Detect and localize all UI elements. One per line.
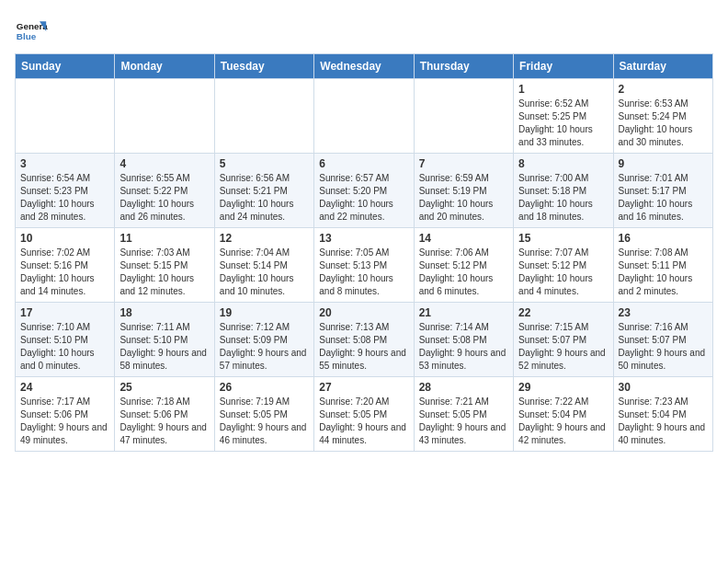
weekday-header: Friday xyxy=(514,54,613,79)
calendar-day-cell: 27Sunrise: 7:20 AM Sunset: 5:05 PM Dayli… xyxy=(314,377,414,452)
day-info: Sunrise: 7:19 AM Sunset: 5:05 PM Dayligh… xyxy=(220,396,309,447)
calendar-day-cell: 6Sunrise: 6:57 AM Sunset: 5:20 PM Daylig… xyxy=(314,154,414,228)
calendar-day-cell xyxy=(115,79,214,154)
day-number: 12 xyxy=(220,232,309,245)
weekday-header: Saturday xyxy=(613,54,712,79)
day-number: 2 xyxy=(619,83,708,96)
weekday-header: Thursday xyxy=(414,54,513,79)
day-info: Sunrise: 7:06 AM Sunset: 5:12 PM Dayligh… xyxy=(419,247,508,298)
calendar-day-cell: 19Sunrise: 7:12 AM Sunset: 5:09 PM Dayli… xyxy=(214,303,313,377)
calendar-table: SundayMondayTuesdayWednesdayThursdayFrid… xyxy=(15,53,713,452)
weekday-header: Monday xyxy=(115,54,214,79)
day-number: 20 xyxy=(319,306,408,319)
calendar-day-cell: 17Sunrise: 7:10 AM Sunset: 5:10 PM Dayli… xyxy=(16,303,115,377)
day-number: 28 xyxy=(419,381,508,394)
day-number: 22 xyxy=(518,306,608,319)
header: General Blue xyxy=(15,15,713,48)
day-info: Sunrise: 6:57 AM Sunset: 5:20 PM Dayligh… xyxy=(319,172,408,224)
day-number: 13 xyxy=(319,232,408,245)
calendar-day-cell: 15Sunrise: 7:07 AM Sunset: 5:12 PM Dayli… xyxy=(514,228,613,303)
calendar-day-cell: 20Sunrise: 7:13 AM Sunset: 5:08 PM Dayli… xyxy=(314,303,414,377)
day-info: Sunrise: 6:52 AM Sunset: 5:25 PM Dayligh… xyxy=(518,98,608,149)
header-row: SundayMondayTuesdayWednesdayThursdayFrid… xyxy=(16,54,713,79)
calendar-day-cell: 21Sunrise: 7:14 AM Sunset: 5:08 PM Dayli… xyxy=(414,303,513,377)
logo: General Blue xyxy=(15,15,48,48)
calendar-day-cell: 26Sunrise: 7:19 AM Sunset: 5:05 PM Dayli… xyxy=(214,377,313,452)
calendar-day-cell: 10Sunrise: 7:02 AM Sunset: 5:16 PM Dayli… xyxy=(16,228,115,303)
day-number: 8 xyxy=(518,157,608,170)
logo-icon: General Blue xyxy=(15,15,48,48)
calendar-day-cell: 28Sunrise: 7:21 AM Sunset: 5:05 PM Dayli… xyxy=(414,377,513,452)
day-info: Sunrise: 6:54 AM Sunset: 5:23 PM Dayligh… xyxy=(20,172,109,224)
calendar-day-cell xyxy=(314,79,414,154)
day-info: Sunrise: 7:02 AM Sunset: 5:16 PM Dayligh… xyxy=(20,247,109,298)
day-info: Sunrise: 7:12 AM Sunset: 5:09 PM Dayligh… xyxy=(220,321,309,373)
day-info: Sunrise: 7:07 AM Sunset: 5:12 PM Dayligh… xyxy=(518,247,608,298)
calendar-day-cell: 3Sunrise: 6:54 AM Sunset: 5:23 PM Daylig… xyxy=(16,154,115,228)
calendar-day-cell: 30Sunrise: 7:23 AM Sunset: 5:04 PM Dayli… xyxy=(613,377,712,452)
day-number: 7 xyxy=(419,157,508,170)
calendar-week-row: 24Sunrise: 7:17 AM Sunset: 5:06 PM Dayli… xyxy=(16,377,713,452)
calendar-day-cell: 18Sunrise: 7:11 AM Sunset: 5:10 PM Dayli… xyxy=(115,303,214,377)
calendar-header: SundayMondayTuesdayWednesdayThursdayFrid… xyxy=(16,54,713,79)
day-info: Sunrise: 6:53 AM Sunset: 5:24 PM Dayligh… xyxy=(619,98,708,149)
day-number: 27 xyxy=(319,381,408,394)
calendar-day-cell: 24Sunrise: 7:17 AM Sunset: 5:06 PM Dayli… xyxy=(16,377,115,452)
day-number: 16 xyxy=(619,232,708,245)
calendar-day-cell: 12Sunrise: 7:04 AM Sunset: 5:14 PM Dayli… xyxy=(214,228,313,303)
calendar-day-cell: 11Sunrise: 7:03 AM Sunset: 5:15 PM Dayli… xyxy=(115,228,214,303)
day-number: 15 xyxy=(518,232,608,245)
day-info: Sunrise: 6:56 AM Sunset: 5:21 PM Dayligh… xyxy=(220,172,309,224)
day-info: Sunrise: 7:11 AM Sunset: 5:10 PM Dayligh… xyxy=(119,321,209,373)
day-number: 14 xyxy=(419,232,508,245)
calendar-day-cell: 7Sunrise: 6:59 AM Sunset: 5:19 PM Daylig… xyxy=(414,154,513,228)
day-number: 4 xyxy=(119,157,209,170)
day-number: 9 xyxy=(619,157,708,170)
day-number: 25 xyxy=(119,381,209,394)
day-info: Sunrise: 7:22 AM Sunset: 5:04 PM Dayligh… xyxy=(518,396,608,447)
day-info: Sunrise: 7:17 AM Sunset: 5:06 PM Dayligh… xyxy=(20,396,109,447)
day-info: Sunrise: 7:08 AM Sunset: 5:11 PM Dayligh… xyxy=(619,247,708,298)
day-number: 1 xyxy=(518,83,608,96)
day-info: Sunrise: 7:01 AM Sunset: 5:17 PM Dayligh… xyxy=(619,172,708,224)
calendar-day-cell xyxy=(214,79,313,154)
calendar-day-cell: 9Sunrise: 7:01 AM Sunset: 5:17 PM Daylig… xyxy=(613,154,712,228)
day-info: Sunrise: 7:15 AM Sunset: 5:07 PM Dayligh… xyxy=(518,321,608,373)
svg-text:Blue: Blue xyxy=(17,31,37,41)
day-info: Sunrise: 7:18 AM Sunset: 5:06 PM Dayligh… xyxy=(119,396,209,447)
calendar-week-row: 10Sunrise: 7:02 AM Sunset: 5:16 PM Dayli… xyxy=(16,228,713,303)
day-info: Sunrise: 6:59 AM Sunset: 5:19 PM Dayligh… xyxy=(419,172,508,224)
day-number: 30 xyxy=(619,381,708,394)
day-info: Sunrise: 7:00 AM Sunset: 5:18 PM Dayligh… xyxy=(518,172,608,224)
day-info: Sunrise: 7:16 AM Sunset: 5:07 PM Dayligh… xyxy=(619,321,708,373)
day-number: 3 xyxy=(20,157,109,170)
calendar-week-row: 17Sunrise: 7:10 AM Sunset: 5:10 PM Dayli… xyxy=(16,303,713,377)
calendar-day-cell: 16Sunrise: 7:08 AM Sunset: 5:11 PM Dayli… xyxy=(613,228,712,303)
day-number: 5 xyxy=(220,157,309,170)
day-number: 11 xyxy=(119,232,209,245)
day-info: Sunrise: 7:10 AM Sunset: 5:10 PM Dayligh… xyxy=(20,321,109,373)
calendar-day-cell: 4Sunrise: 6:55 AM Sunset: 5:22 PM Daylig… xyxy=(115,154,214,228)
day-info: Sunrise: 7:05 AM Sunset: 5:13 PM Dayligh… xyxy=(319,247,408,298)
day-info: Sunrise: 7:23 AM Sunset: 5:04 PM Dayligh… xyxy=(619,396,708,447)
day-number: 24 xyxy=(20,381,109,394)
calendar-day-cell: 13Sunrise: 7:05 AM Sunset: 5:13 PM Dayli… xyxy=(314,228,414,303)
calendar-day-cell: 5Sunrise: 6:56 AM Sunset: 5:21 PM Daylig… xyxy=(214,154,313,228)
day-number: 29 xyxy=(518,381,608,394)
calendar-day-cell xyxy=(16,79,115,154)
calendar-day-cell: 22Sunrise: 7:15 AM Sunset: 5:07 PM Dayli… xyxy=(514,303,613,377)
day-info: Sunrise: 7:13 AM Sunset: 5:08 PM Dayligh… xyxy=(319,321,408,373)
calendar-week-row: 1Sunrise: 6:52 AM Sunset: 5:25 PM Daylig… xyxy=(16,79,713,154)
weekday-header: Sunday xyxy=(16,54,115,79)
calendar-day-cell: 8Sunrise: 7:00 AM Sunset: 5:18 PM Daylig… xyxy=(514,154,613,228)
day-number: 21 xyxy=(419,306,508,319)
day-info: Sunrise: 7:20 AM Sunset: 5:05 PM Dayligh… xyxy=(319,396,408,447)
day-number: 19 xyxy=(220,306,309,319)
calendar-day-cell: 23Sunrise: 7:16 AM Sunset: 5:07 PM Dayli… xyxy=(613,303,712,377)
weekday-header: Wednesday xyxy=(314,54,414,79)
day-number: 23 xyxy=(619,306,708,319)
calendar-day-cell xyxy=(414,79,513,154)
day-number: 10 xyxy=(20,232,109,245)
calendar-day-cell: 2Sunrise: 6:53 AM Sunset: 5:24 PM Daylig… xyxy=(613,79,712,154)
calendar-day-cell: 29Sunrise: 7:22 AM Sunset: 5:04 PM Dayli… xyxy=(514,377,613,452)
